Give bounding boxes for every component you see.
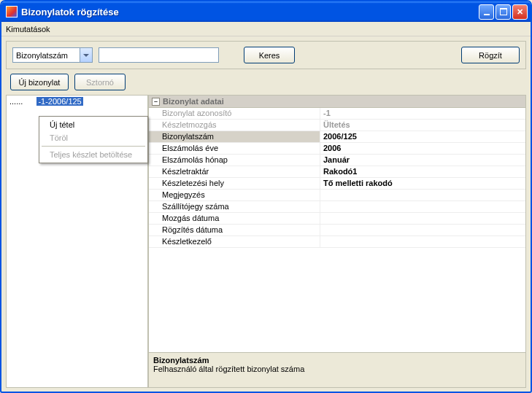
menu-separator: [42, 146, 145, 147]
property-row[interactable]: Bizonylat azonosító-1: [149, 108, 525, 120]
property-row[interactable]: Megjegyzés: [149, 190, 525, 201]
maximize-button[interactable]: [496, 4, 511, 20]
toolbar-2: Új bizonylat Sztornó: [1, 74, 531, 95]
property-help: Bizonylatszám Felhasználó által rögzítet…: [149, 352, 525, 387]
property-pane: – Bizonylat adatai Bizonylat azonosító-1…: [148, 95, 526, 388]
context-menu: Új tétel Töröl Teljes készlet betöltése: [39, 116, 148, 163]
property-label: Rögzítés dátuma: [149, 225, 320, 236]
property-label: Szállítójegy száma: [149, 201, 320, 212]
property-value[interactable]: 2006/125: [320, 131, 525, 142]
filter-combo-value: Bizonylatszám: [13, 51, 80, 60]
storno-button: Sztornó: [74, 74, 126, 90]
property-label: Elszámolás éve: [149, 143, 320, 154]
property-value[interactable]: [320, 201, 525, 212]
property-row[interactable]: Elszámolás hónapJanuár: [149, 155, 525, 166]
app-icon: [6, 6, 18, 17]
toolbar: Bizonylatszám Keres Rögzít: [6, 41, 526, 69]
property-value[interactable]: 2006: [320, 143, 525, 154]
property-row[interactable]: Bizonylatszám2006/125: [149, 131, 525, 143]
filter-input[interactable]: [99, 47, 219, 63]
property-row[interactable]: Mozgás dátuma: [149, 213, 525, 225]
property-label: Mozgás dátuma: [149, 213, 320, 224]
menu-delete: Töröl: [41, 131, 146, 144]
tree-pane: ...... -1-2006/125 Új tétel Töröl Teljes…: [6, 95, 148, 388]
property-grid-fill: [149, 248, 525, 352]
property-value[interactable]: [320, 225, 525, 236]
property-header: – Bizonylat adatai: [149, 96, 525, 108]
titlebar: Bizonylatok rögzítése: [1, 1, 531, 22]
property-row[interactable]: KészletraktárRakodó1: [149, 166, 525, 178]
property-row[interactable]: Készletezési helyTő melletti rakodó: [149, 178, 525, 190]
tree-root[interactable]: ...... -1-2006/125: [7, 96, 147, 107]
property-value[interactable]: Tő melletti rakodó: [320, 178, 525, 189]
property-value[interactable]: Január: [320, 155, 525, 166]
tree-selected-item[interactable]: -1-2006/125: [36, 97, 82, 106]
split-pane: ...... -1-2006/125 Új tétel Töröl Teljes…: [6, 95, 526, 388]
property-label: Megjegyzés: [149, 190, 320, 201]
menu-new-item[interactable]: Új tétel: [41, 118, 146, 131]
close-button[interactable]: [512, 4, 528, 20]
property-value[interactable]: Ültetés: [320, 120, 525, 131]
collapse-icon[interactable]: –: [152, 98, 160, 106]
property-row[interactable]: Készletkezelő: [149, 236, 525, 248]
property-row[interactable]: Elszámolás éve2006: [149, 143, 525, 155]
property-row[interactable]: KészletmozgásÜltetés: [149, 120, 525, 131]
filter-combo[interactable]: Bizonylatszám: [12, 47, 93, 63]
menubar: Kimutatások: [1, 22, 531, 36]
new-button[interactable]: Új bizonylat: [10, 74, 69, 90]
window-controls: [479, 4, 528, 20]
property-value[interactable]: [320, 213, 525, 224]
property-label: Elszámolás hónap: [149, 155, 320, 166]
property-label: Bizonylat azonosító: [149, 108, 320, 119]
property-help-title: Bizonylatszám: [153, 356, 521, 365]
property-value[interactable]: -1: [320, 108, 525, 119]
minimize-button[interactable]: [479, 4, 494, 20]
chevron-down-icon[interactable]: [80, 48, 92, 62]
property-grid[interactable]: Bizonylat azonosító-1KészletmozgásÜlteté…: [149, 108, 525, 248]
property-label: Készletmozgás: [149, 120, 320, 131]
property-label: Készletkezelő: [149, 236, 320, 247]
window-title: Bizonylatok rögzítése: [21, 7, 479, 17]
property-label: Bizonylatszám: [149, 131, 320, 142]
app-window: Bizonylatok rögzítése Kimutatások Bizony…: [0, 0, 532, 393]
property-label: Készletraktár: [149, 166, 320, 177]
search-button[interactable]: Keres: [244, 47, 295, 63]
property-value[interactable]: [320, 236, 525, 247]
property-label: Készletezési hely: [149, 178, 320, 189]
property-help-text: Felhasználó által rögzített bizonylat sz…: [153, 365, 521, 373]
save-button[interactable]: Rögzít: [461, 47, 520, 63]
property-row[interactable]: Szállítójegy száma: [149, 201, 525, 213]
menu-load-all: Teljes készlet betöltése: [41, 148, 146, 161]
property-value[interactable]: [320, 190, 525, 201]
menu-kimutatasok[interactable]: Kimutatások: [6, 25, 50, 34]
property-row[interactable]: Rögzítés dátuma: [149, 225, 525, 236]
property-value[interactable]: Rakodó1: [320, 166, 525, 177]
